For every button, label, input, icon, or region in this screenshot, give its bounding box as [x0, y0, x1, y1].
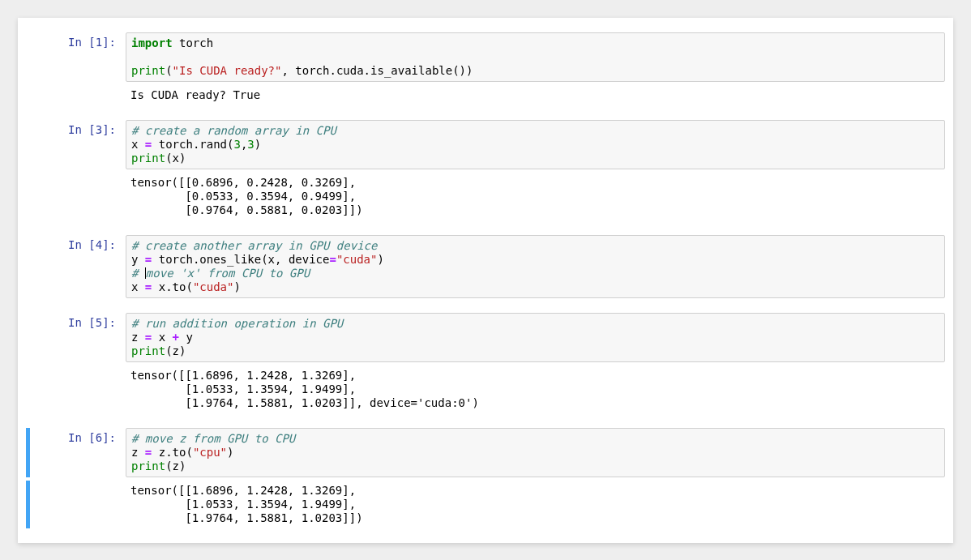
- stdout-output[interactable]: tensor([[1.6896, 1.2428, 1.3269], [1.053…: [126, 481, 945, 528]
- code-token: "Is CUDA ready?": [173, 64, 282, 77]
- code-token: # create a random array in CPU: [131, 124, 336, 137]
- code-token: # move z from GPU to CPU: [131, 432, 295, 445]
- code-token: ): [233, 280, 240, 293]
- input-prompt: In [3]:: [30, 120, 126, 169]
- output-prompt-empty: [30, 365, 126, 413]
- code-token: (: [165, 460, 172, 472]
- code-token: [152, 253, 158, 266]
- stdout-output[interactable]: tensor([[0.6896, 0.2428, 0.3269], [0.053…: [126, 173, 945, 220]
- code-token: (: [165, 344, 172, 357]
- code-token: z.to(: [159, 446, 193, 459]
- code-token: "cpu": [193, 446, 227, 459]
- input-prompt: In [6]:: [30, 428, 126, 477]
- code-token: # run addition operation in GPU: [131, 317, 343, 330]
- code-token: =: [329, 253, 336, 266]
- output-prompt-empty: [30, 85, 126, 105]
- code-token: ): [179, 152, 186, 165]
- code-token: (: [165, 64, 172, 77]
- code-token: print: [131, 460, 165, 472]
- code-token: torch.ones_like(x, device: [159, 253, 330, 266]
- notebook-container: In [1]: import torch print("Is CUDA read…: [18, 18, 953, 543]
- code-token: "cuda": [193, 280, 234, 293]
- stdout-output[interactable]: Is CUDA ready? True: [126, 85, 945, 105]
- input-prompt: In [5]:: [30, 313, 126, 362]
- output-prompt-empty: [30, 481, 126, 528]
- code-token: +: [173, 331, 179, 344]
- code-token: z: [173, 460, 179, 472]
- code-token: ): [377, 253, 383, 266]
- code-cell[interactable]: In [1]: import torch print("Is CUDA read…: [26, 32, 945, 105]
- code-cell[interactable]: In [5]: # run addition operation in GPU …: [26, 313, 945, 413]
- code-token: z: [173, 344, 179, 357]
- code-token: y: [131, 253, 145, 266]
- code-token: (: [165, 152, 172, 165]
- code-token: ): [179, 344, 186, 357]
- text-cursor-icon: [145, 267, 146, 279]
- code-token: x: [131, 138, 145, 151]
- code-input[interactable]: # move z from GPU to CPU z = z.to("cpu")…: [126, 428, 945, 477]
- code-input[interactable]: # run addition operation in GPU z = x + …: [126, 313, 945, 362]
- code-token: torch: [179, 36, 213, 49]
- code-token: print: [131, 344, 165, 357]
- code-token: z: [131, 331, 145, 344]
- code-input[interactable]: import torch print("Is CUDA ready?", tor…: [126, 32, 945, 82]
- code-token: [152, 446, 158, 459]
- output-prompt-empty: [30, 173, 126, 220]
- code-cell[interactable]: In [3]: # create a random array in CPU x…: [26, 120, 945, 220]
- code-token: [152, 280, 158, 293]
- code-token: import: [131, 36, 173, 49]
- code-token: x: [131, 280, 145, 293]
- code-token: ,: [281, 64, 295, 77]
- code-cell[interactable]: In [4]: # create another array in GPU de…: [26, 235, 945, 298]
- code-token: # create another array in GPU device: [131, 239, 377, 252]
- input-prompt: In [1]:: [30, 32, 126, 82]
- code-token: y: [179, 331, 193, 344]
- input-prompt: In [4]:: [30, 235, 126, 298]
- code-token: x: [173, 152, 179, 165]
- code-token: z: [131, 446, 145, 459]
- code-token: 3: [247, 138, 254, 151]
- code-token: x.to(: [159, 280, 193, 293]
- code-token: [152, 138, 158, 151]
- code-token: ): [466, 64, 473, 77]
- code-input[interactable]: # create another array in GPU device y =…: [126, 235, 945, 298]
- code-token: [152, 331, 158, 344]
- code-token: ): [227, 446, 233, 459]
- code-token: torch.rand(: [159, 138, 234, 151]
- code-token: torch.cuda.is_available(): [295, 64, 466, 77]
- code-token: print: [131, 64, 165, 77]
- code-token: x: [159, 331, 173, 344]
- code-cell[interactable]: In [6]: # move z from GPU to CPU z = z.t…: [26, 428, 945, 528]
- code-token: ): [255, 138, 261, 151]
- code-token: ): [179, 460, 186, 472]
- code-token: print: [131, 152, 165, 165]
- code-input[interactable]: # create a random array in CPU x = torch…: [126, 120, 945, 169]
- code-token: # move 'x' from CPU to GPU: [131, 267, 310, 280]
- code-token: [173, 36, 179, 49]
- stdout-output[interactable]: tensor([[1.6896, 1.2428, 1.3269], [1.053…: [126, 365, 945, 413]
- code-token: 3: [233, 138, 240, 151]
- code-token: "cuda": [336, 253, 378, 266]
